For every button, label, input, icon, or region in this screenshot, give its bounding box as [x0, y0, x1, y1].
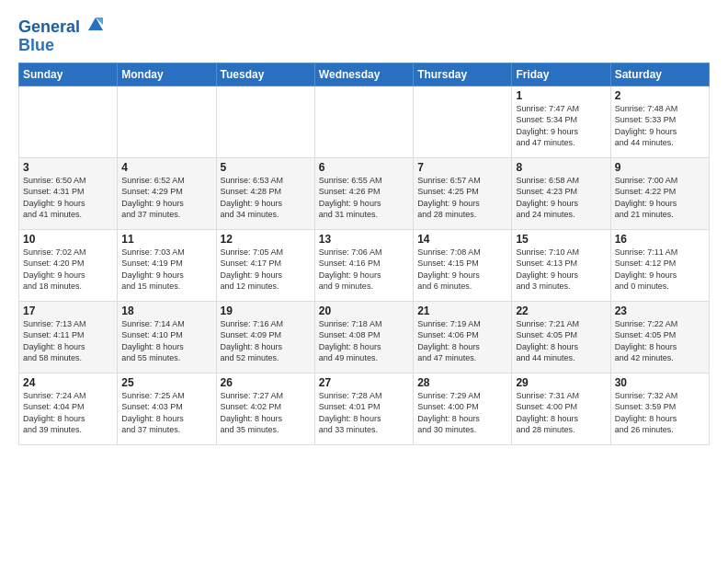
day-info: Sunrise: 7:47 AM Sunset: 5:34 PM Dayligh… — [516, 103, 606, 149]
calendar-cell: 14Sunrise: 7:08 AM Sunset: 4:15 PM Dayli… — [414, 229, 512, 301]
calendar-cell: 9Sunrise: 7:00 AM Sunset: 4:22 PM Daylig… — [610, 157, 709, 229]
calendar-week-row: 1Sunrise: 7:47 AM Sunset: 5:34 PM Daylig… — [19, 86, 710, 157]
day-number: 30 — [615, 376, 705, 389]
calendar-cell: 28Sunrise: 7:29 AM Sunset: 4:00 PM Dayli… — [414, 373, 512, 444]
day-info: Sunrise: 7:05 AM Sunset: 4:17 PM Dayligh… — [221, 247, 311, 293]
calendar-cell: 18Sunrise: 7:14 AM Sunset: 4:10 PM Dayli… — [118, 301, 216, 373]
calendar-cell: 19Sunrise: 7:16 AM Sunset: 4:09 PM Dayli… — [216, 301, 314, 373]
day-info: Sunrise: 7:29 AM Sunset: 4:00 PM Dayligh… — [417, 390, 507, 436]
calendar-cell: 4Sunrise: 6:52 AM Sunset: 4:29 PM Daylig… — [118, 157, 216, 229]
page: General Blue SundayMondayTuesdayWednesda… — [0, 0, 728, 454]
day-number: 16 — [615, 233, 705, 246]
day-number: 10 — [23, 233, 113, 246]
day-info: Sunrise: 7:02 AM Sunset: 4:20 PM Dayligh… — [23, 247, 113, 293]
logo-icon — [86, 14, 105, 32]
day-number: 9 — [615, 161, 705, 174]
day-info: Sunrise: 7:06 AM Sunset: 4:16 PM Dayligh… — [319, 247, 409, 293]
calendar-cell: 22Sunrise: 7:21 AM Sunset: 4:05 PM Dayli… — [512, 301, 610, 373]
calendar-cell: 17Sunrise: 7:13 AM Sunset: 4:11 PM Dayli… — [19, 301, 118, 373]
calendar-cell: 30Sunrise: 7:32 AM Sunset: 3:59 PM Dayli… — [610, 373, 709, 444]
calendar-cell — [314, 86, 413, 157]
weekday-header-row: SundayMondayTuesdayWednesdayThursdayFrid… — [19, 63, 710, 86]
logo-text: General — [18, 18, 105, 37]
calendar-cell: 5Sunrise: 6:53 AM Sunset: 4:28 PM Daylig… — [216, 157, 314, 229]
weekday-header: Wednesday — [314, 63, 413, 86]
day-number: 2 — [615, 89, 705, 102]
day-number: 22 — [516, 304, 606, 317]
header: General Blue — [18, 15, 710, 55]
day-number: 7 — [417, 161, 507, 174]
day-number: 4 — [121, 161, 211, 174]
day-number: 28 — [417, 376, 507, 389]
calendar-cell — [19, 86, 118, 157]
weekday-header: Friday — [512, 63, 610, 86]
day-info: Sunrise: 7:00 AM Sunset: 4:22 PM Dayligh… — [615, 175, 705, 221]
calendar-cell: 7Sunrise: 6:57 AM Sunset: 4:25 PM Daylig… — [414, 157, 512, 229]
weekday-header: Tuesday — [216, 63, 314, 86]
calendar-cell: 24Sunrise: 7:24 AM Sunset: 4:04 PM Dayli… — [19, 373, 118, 444]
day-info: Sunrise: 7:08 AM Sunset: 4:15 PM Dayligh… — [417, 247, 507, 293]
day-info: Sunrise: 7:18 AM Sunset: 4:08 PM Dayligh… — [319, 318, 409, 364]
day-info: Sunrise: 7:48 AM Sunset: 5:33 PM Dayligh… — [615, 103, 705, 149]
day-number: 1 — [516, 89, 606, 102]
day-info: Sunrise: 6:55 AM Sunset: 4:26 PM Dayligh… — [319, 175, 409, 221]
calendar-cell: 15Sunrise: 7:10 AM Sunset: 4:13 PM Dayli… — [512, 229, 610, 301]
calendar-cell: 16Sunrise: 7:11 AM Sunset: 4:12 PM Dayli… — [610, 229, 709, 301]
calendar-week-row: 10Sunrise: 7:02 AM Sunset: 4:20 PM Dayli… — [19, 229, 710, 301]
day-info: Sunrise: 7:27 AM Sunset: 4:02 PM Dayligh… — [221, 390, 311, 436]
day-number: 25 — [121, 376, 211, 389]
day-info: Sunrise: 7:19 AM Sunset: 4:06 PM Dayligh… — [417, 318, 507, 364]
day-number: 5 — [221, 161, 311, 174]
day-info: Sunrise: 7:13 AM Sunset: 4:11 PM Dayligh… — [23, 318, 113, 364]
day-number: 17 — [23, 304, 113, 317]
calendar-cell: 21Sunrise: 7:19 AM Sunset: 4:06 PM Dayli… — [414, 301, 512, 373]
day-number: 21 — [417, 304, 507, 317]
logo-blue: Blue — [18, 37, 105, 55]
day-number: 15 — [516, 233, 606, 246]
day-number: 19 — [221, 304, 311, 317]
calendar-table: SundayMondayTuesdayWednesdayThursdayFrid… — [18, 63, 710, 445]
day-info: Sunrise: 6:53 AM Sunset: 4:28 PM Dayligh… — [221, 175, 311, 221]
calendar-cell: 2Sunrise: 7:48 AM Sunset: 5:33 PM Daylig… — [610, 86, 709, 157]
calendar-cell: 13Sunrise: 7:06 AM Sunset: 4:16 PM Dayli… — [314, 229, 413, 301]
day-number: 6 — [319, 161, 409, 174]
day-info: Sunrise: 6:52 AM Sunset: 4:29 PM Dayligh… — [121, 175, 211, 221]
calendar-cell: 29Sunrise: 7:31 AM Sunset: 4:00 PM Dayli… — [512, 373, 610, 444]
day-info: Sunrise: 7:10 AM Sunset: 4:13 PM Dayligh… — [516, 247, 606, 293]
day-info: Sunrise: 7:32 AM Sunset: 3:59 PM Dayligh… — [615, 390, 705, 436]
day-number: 29 — [516, 376, 606, 389]
calendar-cell: 10Sunrise: 7:02 AM Sunset: 4:20 PM Dayli… — [19, 229, 118, 301]
day-number: 12 — [221, 233, 311, 246]
calendar-cell: 12Sunrise: 7:05 AM Sunset: 4:17 PM Dayli… — [216, 229, 314, 301]
calendar-cell: 11Sunrise: 7:03 AM Sunset: 4:19 PM Dayli… — [118, 229, 216, 301]
day-info: Sunrise: 7:21 AM Sunset: 4:05 PM Dayligh… — [516, 318, 606, 364]
calendar-cell: 25Sunrise: 7:25 AM Sunset: 4:03 PM Dayli… — [118, 373, 216, 444]
day-info: Sunrise: 7:25 AM Sunset: 4:03 PM Dayligh… — [121, 390, 211, 436]
calendar-week-row: 17Sunrise: 7:13 AM Sunset: 4:11 PM Dayli… — [19, 301, 710, 373]
weekday-header: Thursday — [414, 63, 512, 86]
calendar-cell: 20Sunrise: 7:18 AM Sunset: 4:08 PM Dayli… — [314, 301, 413, 373]
day-info: Sunrise: 7:16 AM Sunset: 4:09 PM Dayligh… — [221, 318, 311, 364]
calendar-cell: 8Sunrise: 6:58 AM Sunset: 4:23 PM Daylig… — [512, 157, 610, 229]
day-info: Sunrise: 7:14 AM Sunset: 4:10 PM Dayligh… — [121, 318, 211, 364]
day-number: 8 — [516, 161, 606, 174]
day-number: 11 — [121, 233, 211, 246]
day-info: Sunrise: 6:50 AM Sunset: 4:31 PM Dayligh… — [23, 175, 113, 221]
calendar-cell: 3Sunrise: 6:50 AM Sunset: 4:31 PM Daylig… — [19, 157, 118, 229]
calendar-cell: 23Sunrise: 7:22 AM Sunset: 4:05 PM Dayli… — [610, 301, 709, 373]
day-number: 18 — [121, 304, 211, 317]
day-info: Sunrise: 7:28 AM Sunset: 4:01 PM Dayligh… — [319, 390, 409, 436]
calendar-cell: 27Sunrise: 7:28 AM Sunset: 4:01 PM Dayli… — [314, 373, 413, 444]
logo-general: General — [18, 17, 80, 36]
day-number: 20 — [319, 304, 409, 317]
day-info: Sunrise: 7:31 AM Sunset: 4:00 PM Dayligh… — [516, 390, 606, 436]
calendar-cell: 26Sunrise: 7:27 AM Sunset: 4:02 PM Dayli… — [216, 373, 314, 444]
day-info: Sunrise: 6:57 AM Sunset: 4:25 PM Dayligh… — [417, 175, 507, 221]
calendar-week-row: 3Sunrise: 6:50 AM Sunset: 4:31 PM Daylig… — [19, 157, 710, 229]
day-info: Sunrise: 7:11 AM Sunset: 4:12 PM Dayligh… — [615, 247, 705, 293]
day-info: Sunrise: 7:03 AM Sunset: 4:19 PM Dayligh… — [121, 247, 211, 293]
day-number: 3 — [23, 161, 113, 174]
day-number: 23 — [615, 304, 705, 317]
day-info: Sunrise: 7:24 AM Sunset: 4:04 PM Dayligh… — [23, 390, 113, 436]
calendar-cell: 6Sunrise: 6:55 AM Sunset: 4:26 PM Daylig… — [314, 157, 413, 229]
